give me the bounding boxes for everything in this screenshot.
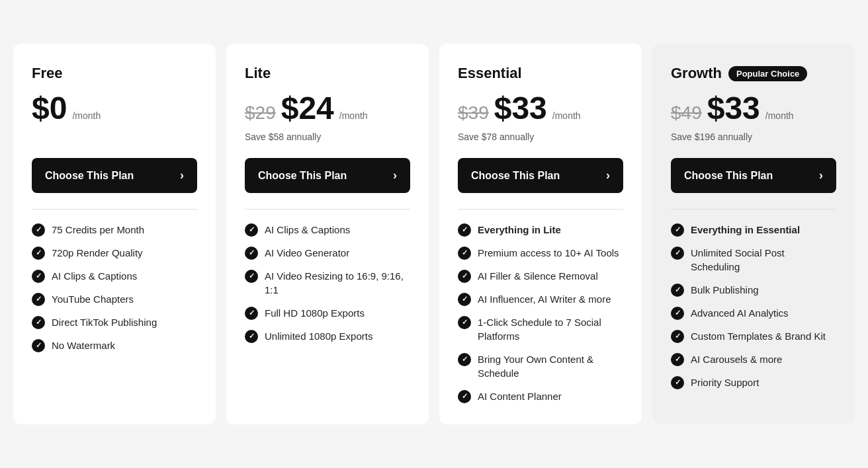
check-icon — [32, 339, 45, 352]
list-item: YouTube Chapters — [32, 292, 197, 306]
feature-text: 75 Credits per Month — [52, 223, 144, 237]
plan-card-lite: Lite$29$24/monthSave $58 annuallyChoose … — [226, 44, 429, 424]
list-item: Unlimited Social Post Scheduling — [671, 246, 836, 274]
list-item: Everything in Lite — [458, 223, 623, 237]
list-item: AI Content Planner — [458, 389, 623, 403]
save-text-lite: Save $58 annually — [245, 132, 410, 145]
check-icon — [32, 293, 45, 306]
plan-name-lite: Lite — [245, 65, 271, 82]
check-icon — [245, 270, 258, 283]
feature-text: YouTube Chapters — [52, 292, 134, 306]
price-original-lite: $29 — [245, 102, 276, 124]
plan-header-lite: Lite — [245, 65, 410, 82]
feature-text: Everything in Essential — [691, 223, 800, 237]
check-icon — [671, 223, 684, 237]
feature-text: Advanced AI Analytics — [691, 306, 789, 320]
price-free-free: $0 — [32, 90, 67, 126]
chevron-right-icon-lite: › — [393, 169, 397, 182]
chevron-right-icon-free: › — [180, 169, 184, 182]
plan-card-essential: Essential$39$33/monthSave $78 annuallyCh… — [439, 44, 642, 424]
chevron-right-icon-essential: › — [606, 169, 610, 182]
feature-text: AI Influencer, AI Writer & more — [478, 292, 611, 306]
list-item: Custom Templates & Brand Kit — [671, 329, 836, 343]
list-item: Unlimited 1080p Exports — [245, 329, 410, 343]
feature-text: AI Clips & Captions — [265, 223, 350, 237]
choose-plan-label-growth: Choose This Plan — [684, 170, 773, 182]
list-item: Direct TikTok Publishing — [32, 315, 197, 329]
feature-text: Full HD 1080p Exports — [265, 306, 365, 320]
divider-lite — [245, 209, 410, 210]
plan-card-growth: GrowthPopular Choice$49$33/monthSave $19… — [652, 44, 855, 424]
list-item: Bring Your Own Content & Schedule — [458, 352, 623, 380]
divider-growth — [671, 209, 836, 210]
list-item: AI Clips & Captions — [245, 223, 410, 237]
list-item: Full HD 1080p Exports — [245, 306, 410, 320]
feature-text: Bulk Publishing — [691, 283, 759, 297]
pricing-container: Free$0/monthChoose This Plan›75 Credits … — [13, 44, 855, 424]
list-item: Premium access to 10+ AI Tools — [458, 246, 623, 260]
feature-text: 720p Render Quality — [52, 246, 143, 260]
list-item: 720p Render Quality — [32, 246, 197, 260]
check-icon — [458, 223, 471, 237]
features-list-growth: Everything in EssentialUnlimited Social … — [671, 223, 836, 389]
choose-plan-label-free: Choose This Plan — [45, 170, 134, 182]
feature-text: Everything in Lite — [478, 223, 561, 237]
features-list-essential: Everything in LitePremium access to 10+ … — [458, 223, 623, 403]
price-row-lite: $29$24/month — [245, 90, 410, 126]
feature-text: Bring Your Own Content & Schedule — [478, 352, 623, 380]
list-item: AI Clips & Captions — [32, 269, 197, 283]
feature-text: Custom Templates & Brand Kit — [691, 329, 826, 343]
price-period-free: /month — [72, 110, 101, 121]
price-original-essential: $39 — [458, 102, 489, 124]
check-icon — [32, 270, 45, 283]
popular-badge-growth: Popular Choice — [728, 66, 807, 81]
plan-header-free: Free — [32, 65, 197, 82]
list-item: 1-Click Schedule to 7 Social Platforms — [458, 315, 623, 343]
feature-text: Unlimited Social Post Scheduling — [691, 246, 836, 274]
choose-plan-button-growth[interactable]: Choose This Plan› — [671, 158, 836, 193]
list-item: AI Video Generator — [245, 246, 410, 260]
price-current-growth: $33 — [707, 90, 760, 126]
chevron-right-icon-growth: › — [819, 169, 823, 182]
choose-plan-label-essential: Choose This Plan — [471, 170, 560, 182]
check-icon — [458, 353, 471, 366]
check-icon — [245, 330, 258, 343]
choose-plan-label-lite: Choose This Plan — [258, 170, 347, 182]
save-text-growth: Save $196 annually — [671, 132, 836, 145]
feature-text: AI Content Planner — [478, 389, 562, 403]
features-list-lite: AI Clips & CaptionsAI Video GeneratorAI … — [245, 223, 410, 343]
price-period-growth: /month — [765, 110, 794, 121]
price-current-lite: $24 — [281, 90, 334, 126]
check-icon — [458, 270, 471, 283]
feature-text: Direct TikTok Publishing — [52, 315, 157, 329]
feature-text: AI Filler & Silence Removal — [478, 269, 598, 283]
check-icon — [32, 316, 45, 329]
list-item: Advanced AI Analytics — [671, 306, 836, 320]
check-icon — [671, 307, 684, 320]
plan-name-essential: Essential — [458, 65, 522, 82]
check-icon — [671, 376, 684, 389]
plan-header-growth: GrowthPopular Choice — [671, 65, 836, 82]
price-row-essential: $39$33/month — [458, 90, 623, 126]
choose-plan-button-essential[interactable]: Choose This Plan› — [458, 158, 623, 193]
choose-plan-button-free[interactable]: Choose This Plan› — [32, 158, 197, 193]
divider-free — [32, 209, 197, 210]
plan-card-free: Free$0/monthChoose This Plan›75 Credits … — [13, 44, 216, 424]
feature-text: No Watermark — [52, 338, 115, 352]
list-item: No Watermark — [32, 338, 197, 352]
price-current-essential: $33 — [494, 90, 547, 126]
feature-text: Unlimited 1080p Exports — [265, 329, 372, 343]
check-icon — [458, 316, 471, 329]
plan-header-essential: Essential — [458, 65, 623, 82]
features-list-free: 75 Credits per Month720p Render QualityA… — [32, 223, 197, 352]
price-original-growth: $49 — [671, 102, 702, 124]
check-icon — [671, 247, 684, 260]
list-item: AI Filler & Silence Removal — [458, 269, 623, 283]
choose-plan-button-lite[interactable]: Choose This Plan› — [245, 158, 410, 193]
price-period-lite: /month — [339, 110, 368, 121]
check-icon — [32, 223, 45, 237]
feature-text: AI Video Generator — [265, 246, 349, 260]
feature-text: AI Clips & Captions — [52, 269, 137, 283]
check-icon — [245, 307, 258, 320]
list-item: Bulk Publishing — [671, 283, 836, 297]
